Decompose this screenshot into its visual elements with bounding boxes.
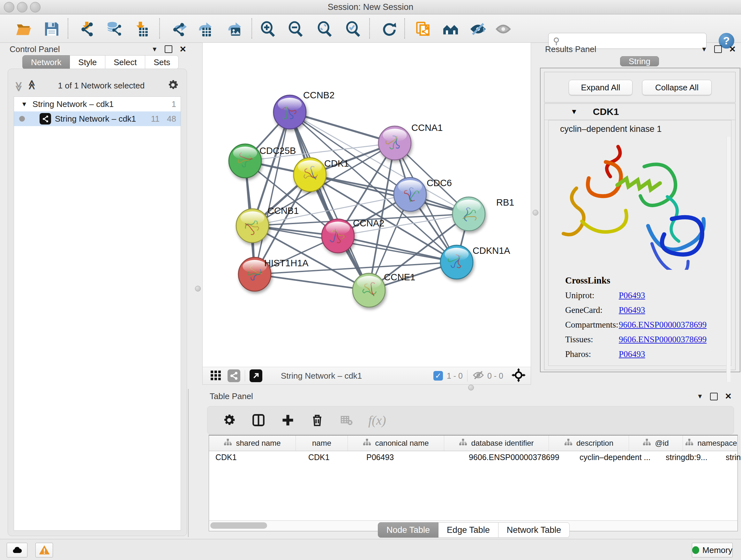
- node-CDC25B[interactable]: [229, 144, 261, 178]
- collapse-caret-icon[interactable]: ▼: [570, 108, 578, 116]
- close-results-icon[interactable]: ✕: [729, 44, 736, 54]
- memory-button[interactable]: Memory: [692, 543, 733, 557]
- open-file-button[interactable]: [15, 20, 32, 38]
- protein-section-header[interactable]: ▼ CDK1: [544, 104, 735, 120]
- show-all-button[interactable]: [494, 20, 512, 38]
- delete-column-icon[interactable]: [310, 413, 325, 428]
- minimize-window-button[interactable]: [17, 2, 27, 12]
- refresh-layout-button[interactable]: [380, 20, 398, 38]
- close-table-panel-icon[interactable]: ✕: [725, 391, 732, 401]
- maximize-results-icon[interactable]: [714, 45, 722, 53]
- crosslink-link[interactable]: 9606.ENSP00000378699: [619, 320, 706, 330]
- export-network-button[interactable]: [170, 20, 188, 38]
- results-scrollbar[interactable]: [726, 137, 731, 382]
- float-table-panel-icon[interactable]: ▼: [697, 393, 703, 400]
- column-label: @id: [655, 439, 669, 448]
- clone-network-button[interactable]: [414, 20, 432, 38]
- pan-crosshair-icon[interactable]: [512, 368, 526, 383]
- scrollbar-thumb[interactable]: [210, 522, 267, 529]
- column-header-database-identifier[interactable]: database identifier: [444, 435, 549, 451]
- close-window-button[interactable]: [4, 2, 14, 12]
- birdseye-grid-icon[interactable]: [210, 369, 222, 382]
- edge-HIST1H1A-CCNE1[interactable]: [255, 274, 369, 290]
- save-session-button[interactable]: [43, 20, 61, 38]
- network-graph[interactable]: CCNB2 CCNA1 CDC25B CDK1 CDC6 RB1 CCNB1: [203, 43, 531, 367]
- tab-string[interactable]: String: [620, 56, 659, 66]
- zoom-selected-button[interactable]: [344, 20, 362, 38]
- memory-status-dot: [692, 546, 699, 554]
- network-tree-row[interactable]: String Network – cdk1 1148: [14, 111, 181, 126]
- crosslink-link[interactable]: P06493: [619, 291, 645, 300]
- table-cell: CDK1: [209, 451, 302, 463]
- warning-button[interactable]: [36, 543, 53, 557]
- selected-checkbox-icon[interactable]: ✓: [433, 371, 443, 381]
- collapse-all-icon[interactable]: ≫: [13, 81, 24, 89]
- network-share-icon[interactable]: [227, 369, 240, 382]
- node-RB1[interactable]: [453, 197, 485, 231]
- table-options-gear-icon[interactable]: [221, 413, 237, 428]
- cloud-button[interactable]: [7, 543, 27, 557]
- open-in-window-icon[interactable]: [250, 369, 262, 382]
- tab-sets[interactable]: Sets: [145, 55, 179, 69]
- first-neighbors-button[interactable]: [442, 20, 460, 38]
- zoom-in-button[interactable]: [259, 20, 277, 38]
- column-header--id[interactable]: @id: [629, 435, 683, 451]
- crosslink-link[interactable]: P06493: [619, 349, 645, 359]
- zoom-fit-button[interactable]: [316, 20, 334, 38]
- column-header-shared-name[interactable]: shared name: [209, 435, 296, 451]
- float-results-icon[interactable]: ▼: [701, 46, 707, 53]
- network-canvas[interactable]: CCNB2 CCNA1 CDC25B CDK1 CDC6 RB1 CCNB1: [202, 43, 531, 367]
- float-panel-icon[interactable]: ▼: [151, 46, 158, 53]
- right-splitter-handle[interactable]: [533, 210, 538, 215]
- maximize-panel-icon[interactable]: [165, 45, 172, 53]
- network-options-gear-icon[interactable]: [167, 79, 179, 92]
- network-title: String Network – cdk1: [281, 371, 362, 381]
- network-tree-row[interactable]: ▼String Network – cdk1 1: [14, 97, 181, 111]
- tab-style[interactable]: Style: [70, 55, 105, 69]
- node-CCNB1[interactable]: [236, 209, 269, 243]
- node-CDKN1A[interactable]: [441, 245, 473, 279]
- node-CDK1[interactable]: [293, 158, 326, 192]
- bottom-splitter-handle[interactable]: [468, 385, 474, 390]
- crosslink-link[interactable]: 9606.ENSP00000378699: [619, 334, 706, 345]
- import-table-button[interactable]: [131, 20, 149, 38]
- hide-selected-button[interactable]: [469, 20, 487, 38]
- column-header-canonical-name[interactable]: canonical name: [348, 435, 444, 451]
- export-image-button[interactable]: [224, 20, 242, 38]
- expand-all-icon[interactable]: ≫: [26, 81, 37, 89]
- tab-edge-table[interactable]: Edge Table: [439, 522, 498, 538]
- import-network-from-database-button[interactable]: [105, 20, 123, 38]
- node-CCNA2[interactable]: [322, 219, 354, 253]
- expand-all-button[interactable]: Expand All: [569, 80, 632, 95]
- maximize-window-button[interactable]: [30, 2, 41, 12]
- import-network-from-file-button[interactable]: [78, 20, 96, 38]
- tab-select[interactable]: Select: [105, 55, 145, 69]
- add-column-icon[interactable]: [280, 413, 295, 428]
- table-row[interactable]: CDK1CDK1P064939606.ENSP00000378699cyclin…: [209, 451, 738, 463]
- tab-network-table[interactable]: Network Table: [498, 522, 570, 538]
- tree-expander-icon[interactable]: ▼: [21, 101, 27, 108]
- zoom-out-button[interactable]: [287, 20, 305, 38]
- node-CDC6[interactable]: [394, 178, 426, 211]
- export-table-button[interactable]: [195, 20, 212, 38]
- column-header-name[interactable]: name: [296, 435, 348, 451]
- node-CCNE1[interactable]: [353, 273, 385, 307]
- close-panel-icon[interactable]: ✕: [179, 44, 186, 54]
- shared-column-icon: [564, 438, 572, 448]
- column-header-namespace[interactable]: namespace: [683, 435, 740, 451]
- toolbar-separator: [159, 18, 160, 39]
- show-columns-icon[interactable]: [251, 413, 266, 428]
- node-CCNA1[interactable]: [379, 126, 411, 160]
- edge-CCNA2-CDKN1A[interactable]: [338, 236, 457, 262]
- maximize-table-panel-icon[interactable]: [710, 393, 718, 400]
- node-table[interactable]: shared namenamecanonical namedatabase id…: [209, 435, 738, 521]
- crosslink-link[interactable]: P06493: [619, 305, 645, 315]
- node-label-CDKN1A: CDKN1A: [473, 246, 510, 256]
- left-splitter-handle[interactable]: [195, 286, 201, 292]
- tab-network[interactable]: Network: [22, 55, 70, 69]
- collapse-all-button[interactable]: Collapse All: [642, 80, 712, 95]
- shared-column-icon: [643, 438, 651, 448]
- column-header-description[interactable]: description: [549, 435, 629, 451]
- node-CCNB2[interactable]: [273, 95, 306, 129]
- tab-node-table[interactable]: Node Table: [378, 522, 439, 538]
